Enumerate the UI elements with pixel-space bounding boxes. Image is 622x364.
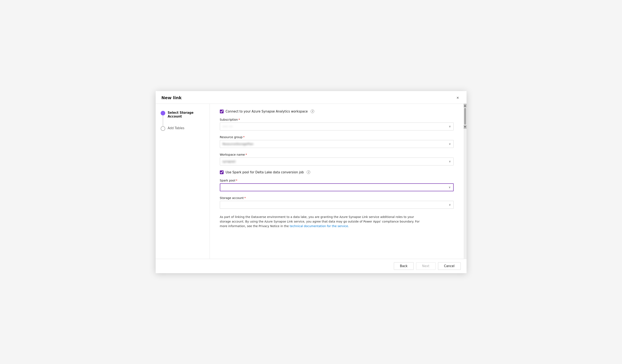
spark-pool-group: Spark pool* ∨ — [220, 179, 454, 191]
step-connector — [163, 115, 163, 127]
step-circle-2 — [161, 126, 165, 131]
scroll-up-button[interactable]: ▲ — [464, 104, 466, 108]
subscription-group: Subscription* ······ ···· ∨ — [220, 118, 454, 131]
cancel-button[interactable]: Cancel — [438, 262, 461, 270]
close-button[interactable]: × — [455, 95, 461, 101]
spark-pool-chevron-icon: ∨ — [449, 186, 451, 189]
back-button[interactable]: Back — [394, 262, 413, 270]
step-select-storage-account[interactable]: Select Storage Account — [161, 110, 205, 118]
subscription-label: Subscription* — [220, 118, 454, 121]
connect-synapse-label: Connect to your Azure Synapse Analytics … — [226, 110, 308, 113]
workspace-name-select[interactable]: synapse) ∨ — [220, 157, 454, 165]
dialog-body: Select Storage Account Add Tables Connec… — [156, 104, 466, 259]
connect-synapse-row: Connect to your Azure Synapse Analytics … — [220, 110, 454, 113]
connect-synapse-info-icon[interactable]: i — [311, 110, 314, 113]
main-content: Connect to your Azure Synapse Analytics … — [210, 104, 464, 259]
spark-pool-checkbox[interactable] — [220, 171, 224, 174]
spark-pool-select[interactable]: ∨ — [220, 183, 454, 191]
scroll-thumb[interactable] — [464, 108, 466, 125]
workspace-name-group: Workspace name* synapse) ∨ — [220, 153, 454, 165]
scroll-down-button[interactable]: ▼ — [464, 125, 466, 129]
dialog-title: New link — [161, 95, 182, 100]
resource-group-value: ResourceStoragePlan — [223, 142, 253, 146]
connect-synapse-checkbox[interactable] — [220, 110, 224, 113]
dialog-footer: Back Next Cancel — [156, 259, 466, 273]
spark-pool-checkbox-label: Use Spark pool for Delta Lake data conve… — [226, 171, 304, 174]
subscription-chevron-icon: ∨ — [449, 125, 451, 128]
resource-group-chevron-icon: ∨ — [449, 142, 451, 145]
step-label-2: Add Tables — [168, 126, 184, 130]
scrollbar: ▲ ▼ — [464, 104, 466, 259]
workspace-name-value: synapse) — [223, 160, 236, 163]
new-link-dialog: New link × Select Storage Account Add Ta… — [156, 91, 466, 273]
storage-account-select[interactable]: ∨ — [220, 201, 454, 209]
workspace-name-chevron-icon: ∨ — [449, 160, 451, 163]
resource-group-select[interactable]: ResourceStoragePlan ∨ — [220, 140, 454, 148]
step-label-1: Select Storage Account — [168, 110, 205, 118]
storage-account-chevron-icon: ∨ — [449, 203, 451, 206]
spark-pool-checkbox-row: Use Spark pool for Delta Lake data conve… — [220, 171, 454, 174]
workspace-name-label: Workspace name* — [220, 153, 454, 156]
step-add-tables[interactable]: Add Tables — [161, 126, 205, 131]
spark-pool-info-icon[interactable]: i — [307, 171, 310, 174]
info-link[interactable]: technical documentation for the service. — [290, 224, 349, 228]
spark-pool-label: Spark pool* — [220, 179, 454, 182]
subscription-select[interactable]: ······ ···· ∨ — [220, 122, 454, 131]
info-paragraph: As part of linking the Dataverse environ… — [220, 215, 424, 229]
resource-group-group: Resource group* ResourceStoragePlan ∨ — [220, 135, 454, 148]
storage-account-group: Storage account* ∨ — [220, 196, 454, 209]
resource-group-label: Resource group* — [220, 135, 454, 139]
step-circle-1 — [161, 111, 165, 115]
sidebar: Select Storage Account Add Tables — [156, 104, 210, 259]
subscription-value: ······ ···· — [223, 125, 233, 128]
storage-account-label: Storage account* — [220, 196, 454, 200]
next-button[interactable]: Next — [416, 262, 435, 270]
dialog-header: New link × — [156, 91, 466, 104]
